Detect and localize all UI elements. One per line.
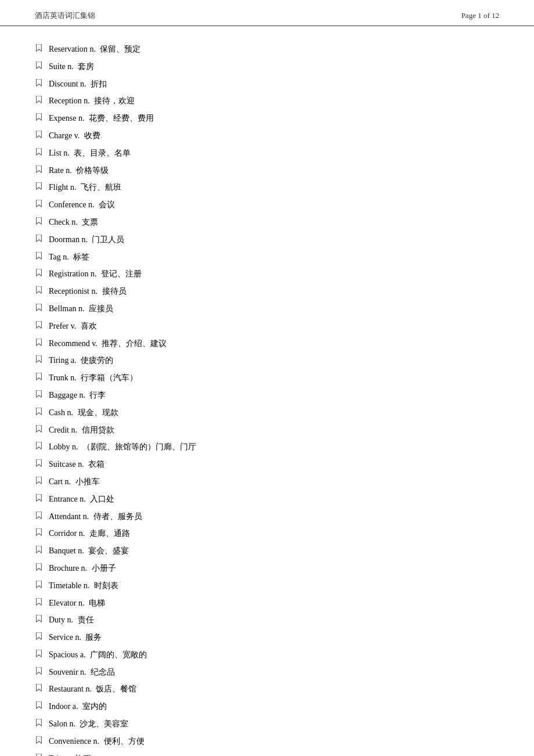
vocab-pos: n.: [76, 599, 84, 607]
list-item: Charge v. 收费: [35, 129, 499, 143]
bookmark-icon: [35, 735, 43, 743]
vocab-text: Prefer v. 喜欢: [49, 319, 97, 333]
vocab-chinese: 花费、经费、费用: [89, 114, 154, 123]
vocab-pos: a.: [78, 650, 86, 659]
list-item: Recommend v. 推荐、介绍、建议: [35, 337, 499, 351]
list-item: Registration n. 登记、注册: [35, 267, 499, 281]
bookmark-icon: [35, 372, 43, 380]
vocab-pos: n.: [76, 304, 84, 313]
vocab-text: Cash n. 现金、现款: [49, 406, 118, 420]
vocab-english: Service: [49, 633, 73, 642]
bookmark-icon: [35, 354, 43, 362]
bookmark-icon: [35, 95, 43, 103]
list-item: Flight n. 飞行、航班: [35, 181, 499, 195]
vocab-pos: n.: [88, 45, 96, 53]
bookmark-icon: [35, 199, 43, 207]
vocab-english: Indoor: [49, 702, 70, 711]
bookmark-icon: [35, 147, 43, 155]
vocab-chinese: 衣箱: [88, 460, 104, 469]
vocab-pos: n.: [73, 633, 81, 642]
list-item: List n. 表、目录、名单: [35, 146, 499, 160]
vocab-text: Bellman n. 应接员: [49, 302, 113, 316]
list-item: Bellman n. 应接员: [35, 302, 499, 316]
vocab-chinese: 折扣: [91, 80, 107, 88]
vocab-english: Tag: [49, 253, 61, 261]
list-item: Prefer v. 喜欢: [35, 319, 499, 333]
vocab-english: Trunk: [49, 373, 68, 382]
list-item: Restaurant n. 饭店、餐馆: [35, 682, 499, 696]
bookmark-icon: [35, 181, 43, 189]
vocab-pos: n.: [88, 269, 96, 278]
vocab-chinese: 保留、预定: [100, 45, 140, 53]
vocab-chinese: 使疲劳的: [81, 356, 113, 365]
vocab-text: Service n. 服务: [49, 631, 102, 645]
vocab-chinese: 表、目录、名单: [74, 149, 131, 157]
bookmark-icon: [35, 112, 43, 120]
bookmark-icon: [35, 320, 43, 328]
vocab-english: Souvenir: [49, 668, 78, 676]
vocab-pos: n.: [65, 615, 73, 624]
vocab-english: Attendant: [49, 512, 81, 521]
list-item: Entrance n. 入口处: [35, 492, 499, 506]
list-item: Reception n. 接待，欢迎: [35, 94, 499, 108]
vocab-text: Lobby n. （剧院、旅馆等的）门廊、门厅: [49, 440, 196, 454]
vocab-english: Corridor: [49, 529, 77, 538]
bookmark-icon: [35, 527, 43, 535]
list-item: Discount n. 折扣: [35, 77, 499, 91]
vocab-text: Spacious a. 广阔的、宽敞的: [49, 648, 147, 662]
vocab-text: Banquet n. 宴会、盛宴: [49, 544, 129, 558]
vocab-chinese: 电梯: [89, 599, 105, 607]
header-page: Page 1 of 12: [461, 11, 499, 20]
vocab-pos: n.: [76, 460, 84, 469]
vocab-english: Bellman: [49, 304, 76, 313]
vocab-text: Registration n. 登记、注册: [49, 267, 142, 281]
bookmark-icon: [35, 60, 43, 69]
vocab-chinese: 行李: [89, 391, 106, 399]
vocab-english: Cart: [49, 477, 63, 486]
vocab-pos: n.: [82, 96, 90, 105]
list-item: Elevator n. 电梯: [35, 596, 499, 610]
bookmark-icon: [35, 614, 43, 622]
vocab-english: Charge: [49, 131, 72, 140]
vocab-chinese: 饭店、餐馆: [96, 685, 136, 693]
vocab-english: Duty: [49, 615, 65, 624]
vocab-chinese: 支票: [82, 218, 98, 226]
bookmark-icon: [35, 268, 43, 276]
bookmark-icon: [35, 441, 43, 449]
vocab-pos: n.: [76, 114, 84, 123]
vocab-pos: n.: [77, 529, 85, 538]
vocab-text: Trunk n. 行李箱（汽车）: [49, 371, 138, 385]
bookmark-icon: [35, 458, 43, 466]
list-item: Rate n. 价格等级: [35, 164, 499, 178]
bookmark-icon: [35, 303, 43, 311]
content-area: Reservation n. 保留、预定 Suite n. 套房 Discoun…: [0, 37, 534, 756]
vocab-chinese: 便利、方便: [104, 737, 145, 746]
bookmark-icon: [35, 337, 43, 345]
bookmark-icon: [35, 129, 43, 138]
vocab-english: Convenience: [49, 737, 91, 746]
list-item: Baggage n. 行李: [35, 388, 499, 402]
vocab-english: Receptionist: [49, 287, 89, 296]
vocab-chinese: 宴会、盛宴: [88, 546, 129, 555]
vocab-pos: n.: [63, 477, 71, 486]
vocab-pos: v.: [90, 339, 98, 348]
list-item: Credit n. 信用贷款: [35, 423, 499, 437]
vocab-english: Baggage: [49, 391, 77, 399]
vocab-chinese: 广阔的、宽敞的: [90, 650, 147, 659]
vocab-text: Check n. 支票: [49, 215, 98, 229]
list-item: Service n. 服务: [35, 631, 499, 645]
vocab-chinese: 走廊、通路: [89, 529, 130, 538]
vocab-pos: n.: [84, 685, 92, 693]
vocab-text: Recommend v. 推荐、介绍、建议: [49, 337, 167, 351]
vocab-chinese: 价格等级: [76, 166, 109, 175]
vocab-english: Reception: [49, 96, 82, 105]
vocab-english: List: [49, 149, 62, 157]
list-item: Spacious a. 广阔的、宽敞的: [35, 648, 499, 662]
list-item: Suite n. 套房: [35, 60, 499, 74]
vocab-pos: n.: [62, 149, 70, 157]
vocab-pos: v.: [68, 322, 76, 330]
vocab-chinese: 小册子: [92, 564, 116, 573]
vocab-text: Credit n. 信用贷款: [49, 423, 114, 437]
list-item: Souvenir n. 纪念品: [35, 665, 499, 679]
vocab-chinese: 纪念品: [91, 668, 115, 676]
